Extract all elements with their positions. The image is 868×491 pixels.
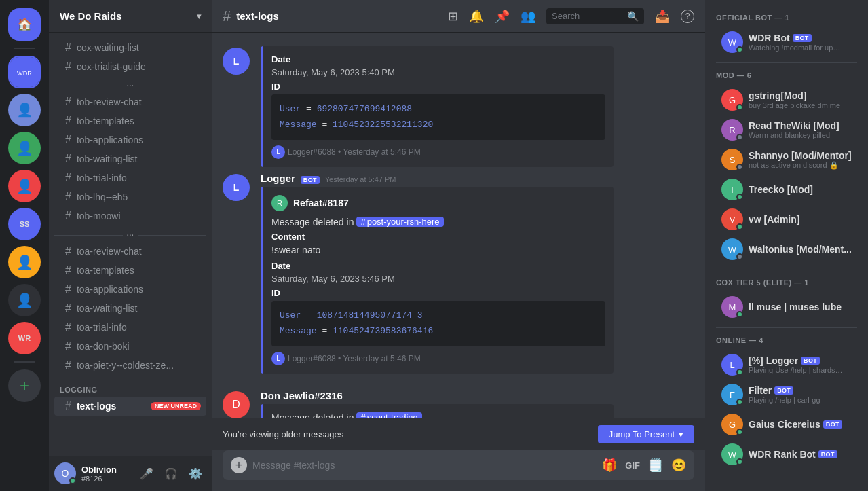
section-header-mod: MOD — 6	[705, 69, 868, 82]
channel-item-toa-piet[interactable]: # toa-piet-y--coldest-ze...	[54, 356, 206, 375]
gift-icon[interactable]: 🎁	[602, 458, 617, 473]
member-avatar-wdr-bot: W	[721, 31, 743, 53]
channel-name: tob-templates	[77, 115, 134, 126]
server-name-header[interactable]: We Do Raids ▾	[49, 0, 212, 33]
server-icon-3[interactable]: 👤	[8, 132, 41, 164]
emoji-icon[interactable]: 😊	[671, 458, 686, 473]
message-input[interactable]	[252, 453, 597, 477]
server-divider-2	[14, 361, 35, 363]
member-name-wdr-bot: WDR Bot	[749, 33, 790, 43]
attach-button[interactable]: +	[231, 457, 247, 473]
older-messages-banner: You're viewing older messages Jump To Pr…	[212, 418, 705, 450]
channel-item-toa-don-boki[interactable]: # toa-don-boki	[54, 337, 206, 356]
channel-pill-post-your-rsn[interactable]: # post-your-rsn-here	[356, 217, 443, 227]
member-item-readthewiki[interactable]: R Read TheWiki [Mod] Warm and blankey pi…	[711, 115, 863, 145]
server-icon-7[interactable]: 👤	[8, 284, 41, 316]
member-avatar-readthewiki: R	[721, 119, 743, 141]
member-item-vw[interactable]: V vw [Admin]	[711, 204, 863, 234]
search-bar[interactable]: 🔍	[546, 8, 644, 24]
member-item-ll-muse[interactable]: M ll muse | muses lube	[711, 292, 863, 322]
message-input-wrapper: + 🎁 GIF 🗒️ 😊	[223, 450, 694, 480]
channel-item-tob-trial-info[interactable]: # tob-trial-info	[54, 168, 206, 187]
embed-id-block-top: User = 692807477699412088 Message = 1104…	[271, 94, 605, 140]
member-info-wdr-bot: WDR Bot BOT Watching !modmail for update…	[749, 33, 857, 52]
channel-item-cox-waiting-list[interactable]: # cox-waiting-list	[54, 38, 206, 57]
channel-name: toa-applications	[77, 284, 143, 295]
server-icon-1[interactable]	[8, 56, 41, 88]
channel-hash-icon: #	[65, 96, 71, 108]
user-info: Oblivion #8126	[81, 465, 130, 483]
members-icon[interactable]: 👥	[521, 9, 535, 24]
member-item-wdr-bot[interactable]: W WDR Bot BOT Watching !modmail for upda…	[711, 27, 863, 57]
section-divider-3	[716, 327, 857, 328]
server-icon-8[interactable]: WR	[8, 322, 41, 354]
hashtag-icon[interactable]: ⊞	[448, 9, 458, 24]
member-name-wdr-rank-bot: WDR Rank Bot	[749, 449, 816, 460]
message-group-don: D Don Jewlio#2316 Message deleted in # s…	[212, 387, 705, 418]
channel-item-toa-templates[interactable]: # toa-templates	[54, 261, 206, 280]
status-dot-waltonius	[736, 253, 743, 260]
logger-avatar: L	[223, 174, 250, 201]
member-item-gaius[interactable]: G Gaius Cicereius BOT	[711, 410, 863, 439]
home-server-icon[interactable]: 🏠	[8, 8, 41, 41]
logging-section-label: LOGGING	[60, 386, 97, 394]
channel-item-tob-templates[interactable]: # tob-templates	[54, 111, 206, 130]
channel-name: tob-lhq--eh5	[77, 192, 128, 202]
help-icon[interactable]: ?	[681, 10, 694, 23]
channel-item-toa-waiting-list[interactable]: # toa-waiting-list	[54, 299, 206, 318]
member-item-treecko[interactable]: T Treecko [Mod]	[711, 175, 863, 204]
date-label: Date	[271, 261, 605, 271]
logging-section-header[interactable]: LOGGING	[49, 375, 212, 397]
channel-item-cox-trialist-guide[interactable]: # cox-trialist-guide	[54, 57, 206, 76]
member-item-wdr-rank-bot[interactable]: W WDR Rank Bot BOT	[711, 439, 863, 469]
channel-item-tob-review-chat[interactable]: # tob-review-chat	[54, 92, 206, 111]
member-item-waltonius[interactable]: W Waltonius [Mod/Ment...	[711, 234, 863, 264]
member-name-filter: Filter	[749, 385, 772, 396]
member-item-filter[interactable]: F Filter BOT Playing /help | carl-gg	[711, 380, 863, 410]
member-info-ll-muse: ll muse | muses lube	[749, 302, 857, 312]
message-content-top: Date Saturday, May 6, 2023 5:40 PM ID Us…	[261, 46, 694, 167]
server-icon-6[interactable]: 👤	[8, 246, 41, 278]
bot-badge-wdr-rank-bot: BOT	[818, 450, 837, 458]
bell-icon[interactable]: 🔔	[469, 9, 484, 24]
member-item-shannyo[interactable]: S Shannyo [Mod/Mentor] not as active on …	[711, 145, 863, 175]
settings-button[interactable]: ⚙️	[185, 462, 206, 484]
new-unread-badge: NEW UNREAD	[151, 402, 201, 410]
member-info-wdr-rank-bot: WDR Rank Bot BOT	[749, 449, 857, 460]
sticker-icon[interactable]: 🗒️	[648, 458, 663, 473]
inbox-icon[interactable]: 📥	[655, 9, 670, 24]
member-status-readthewiki: Warm and blankey pilled	[749, 131, 844, 139]
member-avatar-logger: L	[721, 354, 743, 376]
server-icon-2[interactable]: 👤	[8, 94, 41, 126]
gif-icon[interactable]: GIF	[625, 460, 640, 471]
jump-to-present-button[interactable]: Jump To Present ▾	[598, 425, 694, 443]
status-dot-logger	[736, 369, 743, 376]
member-info-vw: vw [Admin]	[749, 214, 857, 225]
add-server-icon[interactable]: +	[8, 369, 41, 402]
channel-pill-scout-trading[interactable]: # scout-trading	[356, 412, 421, 418]
channel-name: toa-review-chat	[77, 246, 142, 257]
channel-item-tob-waiting-list[interactable]: # tob-waiting-list	[54, 149, 206, 168]
search-input[interactable]	[552, 11, 624, 21]
channel-item-toa-trial-info[interactable]: # toa-trial-info	[54, 318, 206, 337]
channel-name: toa-templates	[77, 265, 134, 276]
channel-item-toa-review-chat[interactable]: # toa-review-chat	[54, 242, 206, 261]
member-info-treecko: Treecko [Mod]	[749, 184, 857, 195]
mute-button[interactable]: 🎤	[136, 462, 157, 484]
channel-item-tob-lhq[interactable]: # tob-lhq--eh5	[54, 187, 206, 206]
channel-name: tob-moowi	[77, 211, 121, 221]
channel-item-toa-applications[interactable]: # toa-applications	[54, 280, 206, 299]
pin-icon[interactable]: 📌	[495, 9, 510, 24]
channel-item-tob-moowi[interactable]: # tob-moowi	[54, 206, 206, 225]
channel-item-text-logs[interactable]: # text-logs NEW UNREAD	[54, 397, 206, 416]
member-info-gstring: gstring[Mod] buy 3rd age pickaxe dm me	[749, 90, 857, 109]
channel-name: tob-applications	[77, 134, 143, 145]
server-icon-4[interactable]: 👤	[8, 170, 41, 202]
deafen-button[interactable]: 🎧	[160, 462, 182, 484]
server-icon-5[interactable]: SS	[8, 208, 41, 240]
channel-item-tob-applications[interactable]: # tob-applications	[54, 130, 206, 149]
member-info-waltonius: Waltonius [Mod/Ment...	[749, 244, 857, 255]
status-dot-shannyo	[736, 164, 743, 170]
member-item-gstring[interactable]: G gstring[Mod] buy 3rd age pickaxe dm me	[711, 85, 863, 115]
member-item-logger[interactable]: L [%] Logger BOT Playing Use /help | sha…	[711, 350, 863, 380]
